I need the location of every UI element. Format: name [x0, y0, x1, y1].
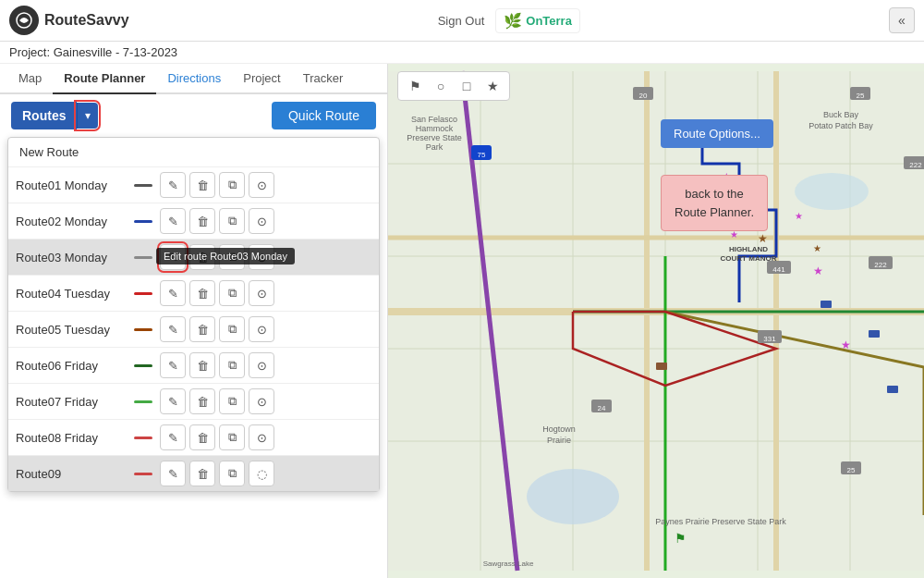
svg-text:Prairie: Prairie: [547, 436, 571, 445]
table-row: Route09 ✎ 🗑 ⧉ ◌: [8, 456, 379, 491]
route-name: Route06 Friday: [16, 359, 127, 373]
svg-text:Park: Park: [426, 142, 444, 152]
tab-tracker[interactable]: Tracker: [292, 64, 355, 94]
copy-route-button[interactable]: ⧉: [219, 388, 245, 414]
edit-route-button[interactable]: ✎: [160, 424, 186, 450]
toggle-route-button[interactable]: ⊙: [249, 208, 274, 234]
left-panel: Map Route Planner Directions Project Tra…: [0, 64, 388, 578]
toggle-route-button[interactable]: ⊙: [249, 244, 274, 270]
map-area[interactable]: ⚑ ○ □ ★ Route Options... back to theRout…: [388, 64, 924, 578]
logo-text: RouteSavvy: [44, 12, 129, 29]
route-name: Route01 Monday: [16, 178, 127, 192]
svg-rect-28: [887, 386, 898, 393]
delete-route-button[interactable]: 🗑: [189, 244, 215, 270]
route-name: Route09: [16, 467, 127, 481]
tab-directions[interactable]: Directions: [156, 64, 232, 94]
sign-out-link[interactable]: Sign Out: [438, 14, 485, 28]
circle-tool-icon[interactable]: ○: [430, 75, 452, 97]
routes-dropdown-arrow[interactable]: ▾: [77, 103, 98, 129]
routes-header: Routes ▾ Quick Route: [0, 94, 387, 137]
collapse-button[interactable]: «: [889, 7, 915, 33]
route-name: Route08 Friday: [16, 431, 127, 445]
svg-text:★: ★: [813, 243, 821, 253]
onterra-text: OnTerra: [526, 14, 572, 28]
svg-text:Paynes Prairie Preserve State : Paynes Prairie Preserve State Park: [655, 517, 786, 526]
quick-route-button[interactable]: Quick Route: [272, 102, 376, 129]
copy-route-button[interactable]: ⧉: [219, 424, 245, 450]
tab-map[interactable]: Map: [7, 64, 53, 94]
edit-route-button[interactable]: ✎: [160, 244, 186, 270]
copy-route-button[interactable]: ⧉: [219, 244, 245, 270]
delete-route-button[interactable]: 🗑: [189, 424, 215, 450]
svg-text:HIGHLAND: HIGHLAND: [729, 245, 768, 253]
svg-text:⚑: ⚑: [675, 531, 687, 546]
table-row: Route02 Monday ✎ 🗑 ⧉ ⊙: [8, 203, 379, 240]
onterra-leaf-icon: 🌿: [504, 12, 522, 30]
svg-text:★: ★: [841, 338, 851, 351]
table-row: Route07 Friday ✎ 🗑 ⧉ ⊙: [8, 384, 379, 420]
edit-route-button[interactable]: ✎: [160, 208, 186, 234]
delete-route-button[interactable]: 🗑: [189, 388, 215, 414]
delete-route-button[interactable]: 🗑: [189, 280, 215, 306]
svg-point-30: [527, 469, 619, 524]
edit-route-button[interactable]: ✎: [160, 461, 186, 486]
table-row: Route04 Tuesday ✎ 🗑 ⧉ ⊙: [8, 276, 379, 312]
square-tool-icon[interactable]: □: [456, 75, 478, 97]
toggle-route-button[interactable]: ⊙: [249, 352, 274, 378]
svg-text:Hogtown: Hogtown: [542, 424, 576, 434]
edit-route-button[interactable]: ✎: [160, 388, 186, 414]
copy-route-button[interactable]: ⧉: [219, 172, 245, 198]
route-options-panel[interactable]: Route Options...: [661, 119, 773, 148]
new-route-item[interactable]: New Route: [8, 138, 379, 167]
svg-text:Sawgrass Lake: Sawgrass Lake: [483, 560, 534, 568]
delete-route-button[interactable]: 🗑: [189, 352, 215, 378]
logo: RouteSavvy: [9, 6, 129, 35]
route-color-indicator: [134, 400, 152, 403]
route-color-indicator: [134, 184, 152, 187]
svg-text:441: 441: [772, 265, 785, 274]
route-color-indicator: [134, 256, 152, 259]
svg-rect-27: [869, 330, 880, 338]
edit-route-button[interactable]: ✎: [160, 280, 186, 306]
toggle-route-button[interactable]: ⊙: [249, 172, 274, 198]
copy-route-button[interactable]: ⧉: [219, 280, 245, 306]
svg-text:Hammock: Hammock: [416, 124, 454, 133]
header-center: Sign Out 🌿 OnTerra: [129, 8, 889, 33]
svg-text:Buck Bay: Buck Bay: [823, 110, 859, 119]
route-color-indicator: [134, 220, 152, 223]
toggle-route-button[interactable]: ⊙: [249, 424, 274, 450]
table-row: Route08 Friday ✎ 🗑 ⧉ ⊙: [8, 420, 379, 456]
svg-text:20: 20: [639, 92, 648, 100]
table-row: Route06 Friday ✎ 🗑 ⧉ ⊙: [8, 348, 379, 384]
toggle-route-button[interactable]: ◌: [249, 461, 274, 486]
edit-route-button[interactable]: ✎: [160, 352, 186, 378]
project-label: Project: Gainesville - 7-13-2023: [9, 45, 177, 59]
onterra-logo: 🌿 OnTerra: [495, 8, 580, 33]
star-tool-icon[interactable]: ★: [481, 75, 504, 97]
header: RouteSavvy Sign Out 🌿 OnTerra «: [0, 0, 924, 42]
edit-route-button[interactable]: ✎: [160, 172, 186, 198]
delete-route-button[interactable]: 🗑: [189, 316, 215, 342]
delete-route-button[interactable]: 🗑: [189, 208, 215, 234]
toggle-route-button[interactable]: ⊙: [249, 316, 274, 342]
nav-tabs: Map Route Planner Directions Project Tra…: [0, 64, 387, 94]
delete-route-button[interactable]: 🗑: [189, 461, 215, 486]
svg-text:222: 222: [909, 161, 922, 169]
svg-text:25: 25: [847, 466, 856, 474]
toggle-route-button[interactable]: ⊙: [249, 280, 274, 306]
delete-route-button[interactable]: 🗑: [189, 172, 215, 198]
route-name: Route05 Tuesday: [16, 323, 127, 337]
copy-route-button[interactable]: ⧉: [219, 208, 245, 234]
routes-main-button[interactable]: Routes: [11, 102, 77, 129]
back-to-planner-panel: back to theRoute Planner.: [661, 175, 768, 231]
tab-route-planner[interactable]: Route Planner: [53, 64, 156, 94]
map-svg: 75 ★ ★ ★ ★ ★ ★ ★ ⚑: [388, 64, 924, 578]
copy-route-button[interactable]: ⧉: [219, 352, 245, 378]
edit-route-button[interactable]: ✎: [160, 316, 186, 342]
route-name: Route04 Tuesday: [16, 287, 127, 301]
tab-project[interactable]: Project: [232, 64, 291, 94]
toggle-route-button[interactable]: ⊙: [249, 388, 274, 414]
flag-icon[interactable]: ⚑: [404, 75, 426, 97]
copy-route-button[interactable]: ⧉: [219, 316, 245, 342]
copy-route-button[interactable]: ⧉: [219, 461, 245, 486]
